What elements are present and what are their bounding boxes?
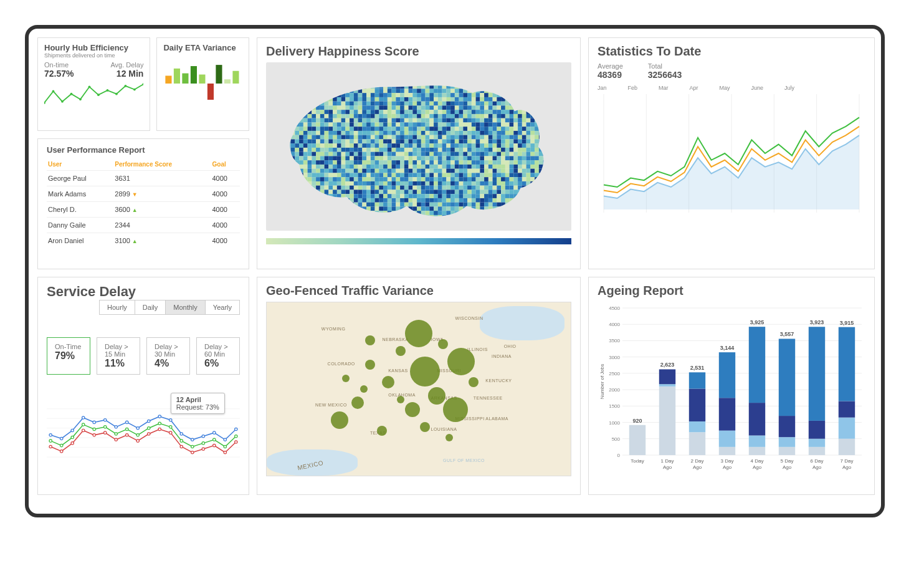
svg-rect-1749 [396, 194, 400, 198]
svg-rect-533 [316, 114, 320, 118]
svg-rect-1052 [379, 148, 383, 152]
geo-bubble[interactable] [382, 376, 394, 388]
geo-bubble[interactable] [438, 339, 448, 349]
geo-bubble[interactable] [365, 360, 375, 370]
svg-rect-1020 [510, 143, 514, 148]
svg-rect-1700 [455, 190, 459, 194]
svg-rect-544 [362, 114, 366, 118]
svg-rect-1550 [354, 181, 358, 186]
svg-rect-379 [463, 102, 467, 106]
geo-bubble[interactable] [397, 396, 404, 403]
table-row[interactable]: Cheryl D.3600 ▲4000 [47, 202, 240, 218]
svg-rect-623 [429, 118, 434, 123]
svg-rect-1505 [429, 177, 434, 181]
svg-rect-1572 [446, 181, 450, 186]
svg-rect-646 [526, 118, 531, 123]
svg-rect-182 [429, 89, 434, 93]
svg-rect-955 [501, 139, 505, 143]
svg-rect-1877 [404, 203, 409, 207]
svg-rect-867 [396, 135, 400, 140]
svg-rect-1836 [497, 198, 501, 203]
svg-rect-377 [455, 102, 459, 106]
table-row[interactable]: George Paul3631 4000 [47, 171, 240, 186]
svg-rect-1458 [497, 173, 501, 177]
svg-rect-472 [325, 110, 329, 114]
geo-bubble[interactable] [351, 396, 364, 409]
svg-rect-1824 [446, 198, 450, 203]
geo-bubble[interactable] [445, 434, 453, 441]
svg-rect-541 [350, 114, 354, 118]
svg-rect-1203 [484, 156, 488, 160]
svg-rect-869 [404, 135, 409, 140]
geo-map[interactable]: WYOMINGNEBRASKAIOWACOLORADOKANSASMISSOUR… [266, 302, 571, 476]
ageing-title: Ageing Report [598, 284, 865, 298]
svg-rect-1252 [426, 160, 430, 165]
kpi-card[interactable]: On-Time79% [47, 337, 90, 375]
table-row[interactable]: Danny Gaile2344 4000 [47, 218, 240, 233]
svg-rect-760 [476, 127, 480, 131]
tab-yearly[interactable]: Yearly [205, 300, 239, 314]
svg-point-2161 [169, 431, 172, 434]
svg-rect-1187 [417, 156, 421, 160]
geo-bubble[interactable] [365, 335, 375, 345]
svg-rect-1142 [493, 152, 497, 156]
svg-rect-956 [505, 139, 510, 143]
tab-monthly[interactable]: Monthly [165, 300, 205, 314]
svg-rect-416 [354, 105, 358, 110]
svg-rect-1442 [429, 173, 434, 177]
svg-rect-1273 [513, 160, 518, 165]
geo-bubble[interactable] [420, 422, 430, 432]
kpi-card[interactable]: Delay > 30 Min4% [146, 337, 190, 375]
tab-daily[interactable]: Daily [135, 300, 165, 314]
table-row[interactable]: Mark Adams2899 ▼4000 [47, 186, 240, 202]
svg-rect-883 [463, 135, 467, 140]
svg-rect-1151 [530, 152, 535, 156]
svg-rect-1563 [409, 181, 413, 186]
svg-rect-319 [476, 97, 480, 102]
geo-bubble[interactable] [443, 397, 468, 422]
geo-bubble[interactable] [410, 357, 440, 387]
kpi-card[interactable]: Delay > 60 Min6% [196, 337, 240, 375]
svg-rect-796 [362, 131, 366, 135]
svg-rect-1162 [312, 156, 316, 160]
svg-rect-1135 [463, 152, 467, 156]
svg-rect-1387 [463, 169, 467, 173]
svg-rect-430 [412, 105, 417, 110]
geo-bubble[interactable] [405, 402, 420, 417]
svg-point-2155 [104, 431, 107, 434]
svg-rect-1067 [442, 148, 447, 152]
svg-rect-2194 [659, 369, 675, 384]
svg-rect-1562 [404, 181, 409, 186]
svg-rect-579 [510, 114, 514, 118]
svg-rect-1189 [426, 156, 430, 160]
table-row[interactable]: Aron Daniel3100 ▲4000 [47, 233, 240, 249]
svg-rect-1022 [518, 143, 522, 148]
svg-point-6 [97, 94, 100, 96]
geo-bubble[interactable] [396, 346, 406, 356]
perf-header-score[interactable]: Performance Score [113, 158, 211, 171]
geo-bubble[interactable] [342, 375, 350, 382]
geo-bubble[interactable] [331, 411, 348, 429]
svg-rect-1899 [497, 203, 501, 207]
svg-rect-933 [409, 139, 413, 143]
geo-bubble[interactable] [447, 348, 475, 375]
svg-rect-659 [316, 122, 320, 127]
geo-bubble[interactable] [469, 377, 479, 387]
perf-header-user[interactable]: User [47, 158, 113, 171]
kpi-card[interactable]: Delay > 15 Min11% [97, 337, 140, 375]
svg-rect-1232 [341, 160, 346, 165]
svg-rect-1398 [510, 169, 514, 173]
svg-rect-1935 [383, 206, 388, 211]
perf-header-goal[interactable]: Goal [211, 158, 241, 171]
svg-rect-1241 [379, 160, 383, 165]
svg-rect-831 [510, 131, 514, 135]
tab-hourly[interactable]: Hourly [100, 300, 135, 314]
geo-bubble[interactable] [405, 320, 432, 347]
svg-rect-1446 [446, 173, 450, 177]
svg-rect-934 [412, 139, 417, 143]
geo-bubble[interactable] [360, 385, 368, 393]
happiness-map[interactable] [266, 62, 571, 231]
svg-rect-725 [328, 127, 333, 131]
geo-bubble[interactable] [428, 387, 445, 405]
svg-rect-1879 [412, 203, 417, 207]
